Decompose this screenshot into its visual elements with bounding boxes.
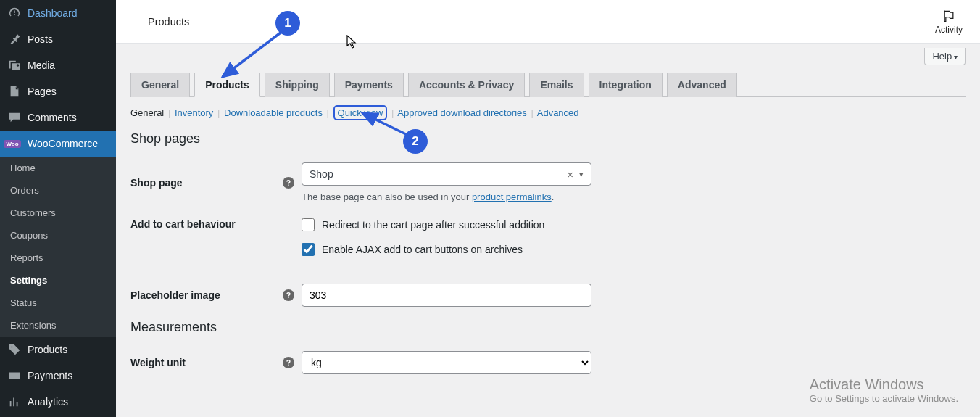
ajax-add-to-cart-row[interactable]: Enable AJAX add to cart buttons on archi… xyxy=(302,243,966,256)
redirect-after-add-checkbox[interactable] xyxy=(302,218,315,231)
settings-subtabs: General | Inventory | Downloadable produ… xyxy=(130,107,966,118)
help-tooltip-icon[interactable]: ? xyxy=(283,357,294,368)
section-measurements: Measurements xyxy=(130,320,966,335)
subtab-general[interactable]: General xyxy=(130,107,164,118)
ajax-add-to-cart-checkbox[interactable] xyxy=(302,243,315,256)
pushpin-icon xyxy=(7,32,22,46)
sidebar-submenu-woocommerce: Home Orders Customers Coupons Reports Se… xyxy=(0,157,116,337)
sidebar-item-label: Products xyxy=(28,344,67,355)
subtab-approved-download-directories[interactable]: Approved download directories xyxy=(397,107,527,118)
redirect-after-add-row[interactable]: Redirect to the cart page after successf… xyxy=(302,218,966,231)
activity-button[interactable]: Activity xyxy=(935,9,963,35)
subtab-inventory[interactable]: Inventory xyxy=(175,107,213,118)
annotation-2: 2 xyxy=(403,129,428,154)
shop-page-label: Shop page xyxy=(130,177,183,189)
sidebar-item-woocommerce[interactable]: Woo WooCommerce xyxy=(0,131,116,157)
sidebar-subitem-reports[interactable]: Reports xyxy=(0,247,116,269)
media-icon xyxy=(7,58,22,73)
weight-unit-select[interactable]: kg xyxy=(302,351,591,374)
settings-tabs: General Products Shipping Payments Accou… xyxy=(130,73,966,97)
windows-activation-watermark: Activate Windows Go to Settings to activ… xyxy=(810,376,958,404)
sidebar-item-products[interactable]: Products xyxy=(0,337,116,363)
pages-icon xyxy=(7,84,22,99)
sidebar-item-label: WooCommerce xyxy=(28,138,98,149)
add-to-cart-behaviour-label: Add to cart behaviour xyxy=(130,218,236,230)
subtab-downloadable-products[interactable]: Downloadable products xyxy=(224,107,323,118)
sidebar-item-label: Comments xyxy=(28,112,77,123)
sidebar-item-comments[interactable]: Comments xyxy=(0,104,116,131)
woocommerce-icon: Woo xyxy=(7,136,22,151)
sidebar-item-label: Posts xyxy=(28,33,53,45)
mouse-cursor-icon xyxy=(346,35,358,49)
analytics-icon xyxy=(7,395,22,409)
redirect-after-add-label: Redirect to the cart page after successf… xyxy=(322,219,544,231)
comments-icon xyxy=(7,110,22,125)
sidebar-subitem-settings[interactable]: Settings xyxy=(0,269,116,292)
help-tooltip-icon[interactable]: ? xyxy=(283,177,294,189)
ajax-add-to-cart-label: Enable AJAX add to cart buttons on archi… xyxy=(322,244,523,255)
sidebar-item-posts[interactable]: Posts xyxy=(0,26,116,52)
flag-icon xyxy=(942,9,956,23)
activity-label: Activity xyxy=(935,25,963,35)
woocommerce-topbar: Products Activity xyxy=(116,0,980,44)
tab-general[interactable]: General xyxy=(130,73,190,97)
dashboard-icon xyxy=(7,6,22,20)
tab-payments[interactable]: Payments xyxy=(334,73,404,97)
help-toggle[interactable]: Help xyxy=(924,48,966,65)
help-tooltip-icon[interactable]: ? xyxy=(283,289,294,301)
placeholder-image-label: Placeholder image xyxy=(130,289,220,301)
section-shop-pages: Shop pages xyxy=(130,131,966,146)
sidebar-subitem-home[interactable]: Home xyxy=(0,157,116,179)
annotation-1: 1 xyxy=(275,11,300,36)
tab-advanced[interactable]: Advanced xyxy=(667,73,737,97)
sidebar-item-label: Media xyxy=(28,59,55,71)
sidebar-subitem-customers[interactable]: Customers xyxy=(0,202,116,224)
breadcrumb-title: Products xyxy=(133,16,189,28)
sidebar-item-label: Analytics xyxy=(28,396,68,408)
chevron-down-icon: ▾ xyxy=(579,170,584,179)
sidebar-subitem-coupons[interactable]: Coupons xyxy=(0,224,116,247)
tab-integration[interactable]: Integration xyxy=(589,73,663,97)
sidebar-item-analytics[interactable]: Analytics xyxy=(0,389,116,415)
sidebar-item-payments[interactable]: Payments xyxy=(0,363,116,389)
sidebar-item-label: Payments xyxy=(28,370,72,381)
sidebar-item-dashboard[interactable]: Dashboard xyxy=(0,0,116,26)
sidebar-item-pages[interactable]: Pages xyxy=(0,78,116,104)
tab-emails[interactable]: Emails xyxy=(529,73,584,97)
sidebar-item-media[interactable]: Media xyxy=(0,52,116,78)
shop-page-hint: The base page can also be used in your p… xyxy=(302,191,966,202)
main-content: Products Activity Help General Products … xyxy=(116,0,980,417)
shop-page-select[interactable]: Shop × ▾ xyxy=(302,162,591,186)
sidebar-subitem-status[interactable]: Status xyxy=(0,292,116,314)
products-icon xyxy=(7,342,22,357)
sidebar-item-label: Dashboard xyxy=(28,7,78,19)
payments-icon xyxy=(7,368,22,383)
subtab-advanced[interactable]: Advanced xyxy=(537,107,579,118)
shop-page-value: Shop xyxy=(310,168,333,180)
sidebar-subitem-extensions[interactable]: Extensions xyxy=(0,314,116,337)
tab-products[interactable]: Products xyxy=(194,73,260,97)
admin-sidebar: Dashboard Posts Media Pages Comments Woo… xyxy=(0,0,116,417)
subtab-quick-view[interactable]: Quick view xyxy=(333,105,388,120)
clear-icon[interactable]: × xyxy=(567,168,573,181)
product-permalinks-link[interactable]: product permalinks xyxy=(472,191,552,202)
placeholder-image-input[interactable] xyxy=(302,284,591,307)
tab-accounts-privacy[interactable]: Accounts & Privacy xyxy=(408,73,526,97)
sidebar-item-label: Pages xyxy=(28,86,57,97)
weight-unit-label: Weight unit xyxy=(130,357,186,368)
sidebar-subitem-orders[interactable]: Orders xyxy=(0,179,116,202)
tab-shipping[interactable]: Shipping xyxy=(265,73,330,97)
